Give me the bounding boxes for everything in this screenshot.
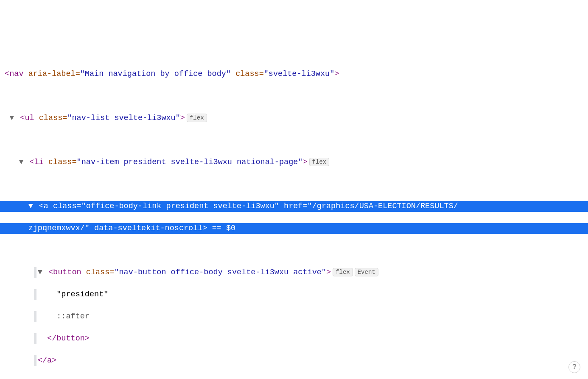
flex-badge: flex (187, 114, 207, 122)
dom-node-nav[interactable]: <nav aria-label="Main navigation by offi… (0, 69, 588, 80)
selected-element-ref: == $0 (212, 224, 236, 233)
dom-node-a-president-selected[interactable]: ▼ <a class="office-body-link president s… (0, 201, 588, 212)
disclosure-triangle-icon[interactable]: ▼ (28, 201, 34, 212)
dom-text-president[interactable]: "president" (0, 289, 588, 300)
dom-tree[interactable]: <nav aria-label="Main navigation by offi… (0, 44, 588, 379)
disclosure-triangle-icon[interactable]: ▼ (19, 157, 25, 168)
dom-node-ul[interactable]: ▼ <ul class="nav-list svelte-li3wxu">fle… (0, 113, 588, 124)
dom-node-button-president[interactable]: ▼ <button class="nav-button office-body … (0, 267, 588, 278)
dom-close-a[interactable]: </a> (0, 355, 588, 366)
flex-badge: flex (333, 268, 353, 276)
help-button[interactable]: ? (568, 361, 580, 373)
dom-node-a-president-selected-cont[interactable]: zjpqnemxwvx/" data-sveltekit-noscroll> =… (0, 223, 588, 234)
dom-pseudo-after[interactable]: ::after (0, 311, 588, 322)
disclosure-triangle-icon[interactable]: ▼ (38, 267, 44, 278)
flex-badge: flex (309, 158, 330, 166)
dom-close-button[interactable]: </button> (0, 333, 588, 344)
dom-node-li-president[interactable]: ▼ <li class="nav-item president svelte-l… (0, 157, 588, 168)
dom-close-li[interactable]: </li> (0, 377, 588, 379)
disclosure-triangle-icon[interactable]: ▼ (9, 113, 15, 124)
event-badge[interactable]: Event (355, 268, 378, 276)
